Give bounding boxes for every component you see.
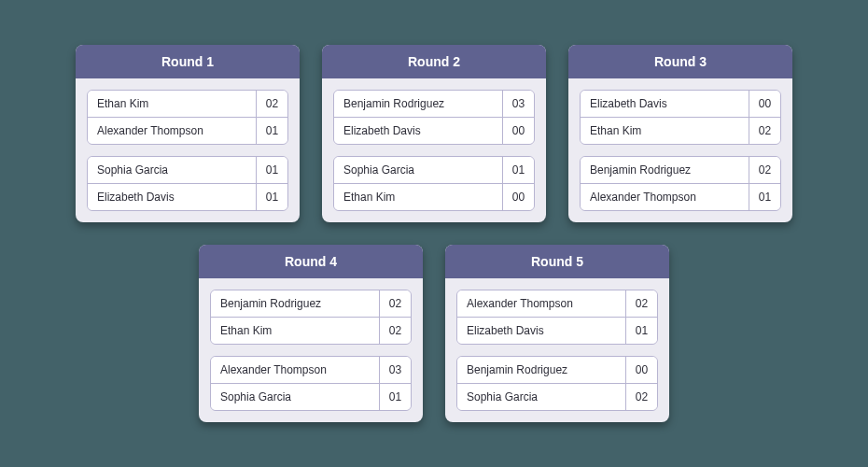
player-row: Elizabeth Davis 01 bbox=[88, 183, 287, 210]
player-score: 02 bbox=[379, 318, 411, 344]
round-body: Ethan Kim 02 Alexander Thompson 01 Sophi… bbox=[76, 78, 300, 222]
player-score: 01 bbox=[749, 184, 780, 210]
player-row: Sophia Garcia 01 bbox=[211, 383, 411, 410]
player-row: Alexander Thompson 01 bbox=[88, 117, 287, 144]
player-name: Alexander Thompson bbox=[88, 118, 256, 144]
player-name: Benjamin Rodriguez bbox=[334, 91, 502, 117]
player-name: Alexander Thompson bbox=[581, 184, 749, 210]
player-name: Benjamin Rodriguez bbox=[211, 290, 379, 317]
player-score: 03 bbox=[502, 91, 534, 117]
player-name: Sophia Garcia bbox=[334, 157, 502, 183]
round-card-1: Round 1 Ethan Kim 02 Alexander Thompson … bbox=[76, 45, 300, 222]
player-score: 01 bbox=[625, 318, 657, 344]
round-title: Round 4 bbox=[199, 245, 423, 278]
player-name: Sophia Garcia bbox=[88, 157, 256, 183]
player-row: Elizabeth Davis 01 bbox=[457, 317, 657, 344]
player-name: Elizabeth Davis bbox=[334, 118, 502, 144]
player-score: 02 bbox=[749, 157, 780, 183]
player-score: 00 bbox=[625, 357, 657, 383]
player-row: Benjamin Rodriguez 02 bbox=[211, 290, 411, 317]
player-name: Alexander Thompson bbox=[457, 290, 625, 317]
round-card-5: Round 5 Alexander Thompson 02 Elizabeth … bbox=[445, 245, 669, 422]
player-row: Benjamin Rodriguez 02 bbox=[581, 157, 780, 183]
round-card-3: Round 3 Elizabeth Davis 00 Ethan Kim 02 … bbox=[568, 45, 792, 222]
player-row: Alexander Thompson 02 bbox=[457, 290, 657, 317]
rounds-row-2: Round 4 Benjamin Rodriguez 02 Ethan Kim … bbox=[199, 245, 669, 422]
player-name: Elizabeth Davis bbox=[88, 184, 256, 210]
player-name: Sophia Garcia bbox=[211, 384, 379, 410]
player-score: 02 bbox=[749, 118, 780, 144]
player-score: 00 bbox=[502, 118, 534, 144]
player-row: Ethan Kim 02 bbox=[211, 317, 411, 344]
player-score: 01 bbox=[256, 118, 287, 144]
round-body: Elizabeth Davis 00 Ethan Kim 02 Benjamin… bbox=[568, 78, 792, 222]
round-title: Round 3 bbox=[568, 45, 792, 78]
match: Benjamin Rodriguez 02 Alexander Thompson… bbox=[580, 156, 781, 211]
player-score: 03 bbox=[379, 357, 411, 383]
player-name: Ethan Kim bbox=[211, 318, 379, 344]
match: Benjamin Rodriguez 02 Ethan Kim 02 bbox=[210, 290, 412, 345]
player-row: Alexander Thompson 01 bbox=[581, 183, 780, 210]
player-score: 00 bbox=[749, 91, 780, 117]
player-score: 01 bbox=[502, 157, 534, 183]
player-row: Benjamin Rodriguez 03 bbox=[334, 91, 534, 117]
player-score: 02 bbox=[379, 290, 411, 317]
player-name: Ethan Kim bbox=[88, 91, 256, 117]
player-score: 01 bbox=[379, 384, 411, 410]
round-card-4: Round 4 Benjamin Rodriguez 02 Ethan Kim … bbox=[199, 245, 423, 422]
player-score: 02 bbox=[625, 384, 657, 410]
player-name: Elizabeth Davis bbox=[457, 318, 625, 344]
player-score: 00 bbox=[502, 184, 534, 210]
player-name: Elizabeth Davis bbox=[581, 91, 749, 117]
match: Alexander Thompson 03 Sophia Garcia 01 bbox=[210, 356, 412, 411]
round-body: Benjamin Rodriguez 02 Ethan Kim 02 Alexa… bbox=[199, 278, 423, 422]
player-row: Ethan Kim 02 bbox=[581, 117, 780, 144]
round-title: Round 5 bbox=[445, 245, 669, 278]
player-row: Ethan Kim 00 bbox=[334, 183, 534, 210]
round-title: Round 2 bbox=[322, 45, 546, 78]
player-name: Ethan Kim bbox=[334, 184, 502, 210]
player-score: 02 bbox=[256, 91, 287, 117]
round-card-2: Round 2 Benjamin Rodriguez 03 Elizabeth … bbox=[322, 45, 546, 222]
match: Elizabeth Davis 00 Ethan Kim 02 bbox=[580, 90, 781, 145]
round-title: Round 1 bbox=[76, 45, 300, 78]
player-row: Elizabeth Davis 00 bbox=[334, 117, 534, 144]
match: Sophia Garcia 01 Elizabeth Davis 01 bbox=[87, 156, 288, 211]
match: Ethan Kim 02 Alexander Thompson 01 bbox=[87, 90, 288, 145]
player-row: Elizabeth Davis 00 bbox=[581, 91, 780, 117]
match: Sophia Garcia 01 Ethan Kim 00 bbox=[333, 156, 535, 211]
player-row: Ethan Kim 02 bbox=[88, 91, 287, 117]
player-name: Benjamin Rodriguez bbox=[457, 357, 625, 383]
rounds-row-1: Round 1 Ethan Kim 02 Alexander Thompson … bbox=[76, 45, 792, 222]
player-name: Ethan Kim bbox=[581, 118, 749, 144]
round-body: Benjamin Rodriguez 03 Elizabeth Davis 00… bbox=[322, 78, 546, 222]
match: Alexander Thompson 02 Elizabeth Davis 01 bbox=[456, 290, 658, 345]
player-row: Sophia Garcia 01 bbox=[88, 157, 287, 183]
player-score: 01 bbox=[256, 184, 287, 210]
player-row: Alexander Thompson 03 bbox=[211, 357, 411, 383]
player-row: Sophia Garcia 02 bbox=[457, 383, 657, 410]
player-score: 01 bbox=[256, 157, 287, 183]
match: Benjamin Rodriguez 03 Elizabeth Davis 00 bbox=[333, 90, 535, 145]
match: Benjamin Rodriguez 00 Sophia Garcia 02 bbox=[456, 356, 658, 411]
player-row: Benjamin Rodriguez 00 bbox=[457, 357, 657, 383]
player-row: Sophia Garcia 01 bbox=[334, 157, 534, 183]
player-name: Benjamin Rodriguez bbox=[581, 157, 749, 183]
player-name: Sophia Garcia bbox=[457, 384, 625, 410]
player-score: 02 bbox=[625, 290, 657, 317]
player-name: Alexander Thompson bbox=[211, 357, 379, 383]
round-body: Alexander Thompson 02 Elizabeth Davis 01… bbox=[445, 278, 669, 422]
